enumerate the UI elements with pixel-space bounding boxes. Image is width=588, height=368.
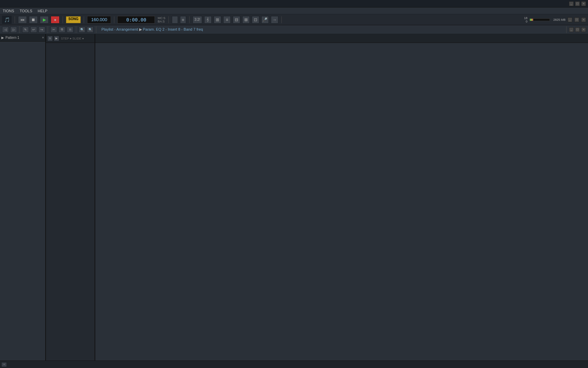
track-list: S ▶ STEP ● SLIDE ● (46, 34, 95, 361)
minimize-btn[interactable]: _ (569, 1, 574, 6)
logo-icon: 🎵 (2, 16, 12, 24)
tb-paste[interactable]: ⎘ (67, 27, 74, 33)
tb-min[interactable]: _ (569, 27, 574, 32)
transport-bar: 🎵 ⏮ ⏹ ▶ ● SONG 160.000 0:00.00 MC:SBA:S … (0, 14, 588, 25)
step-strip: + (0, 361, 588, 368)
menubar: TIONS TOOLS HELP (0, 7, 588, 14)
tb-back[interactable]: ◁ (2, 27, 9, 33)
tb-redo[interactable]: ↪ (38, 27, 45, 33)
play-btn[interactable]: ▶ (40, 16, 49, 24)
zoom-btn[interactable]: ≡ (223, 16, 231, 24)
pattern-selector[interactable] (172, 16, 178, 24)
tl-slide[interactable]: ▶ (54, 36, 59, 41)
menu-tools[interactable]: TOOLS (18, 9, 34, 13)
snap-btn[interactable]: ⊞ (214, 16, 221, 24)
menu-tions[interactable]: TIONS (1, 9, 16, 13)
tb-cut[interactable]: ✂ (50, 27, 57, 33)
time-label: MC:SBA:S (158, 16, 165, 23)
titlebar: _ □ × (0, 0, 588, 7)
tb-forward[interactable]: ▷ (10, 27, 17, 33)
collapse-icon: ▶ (1, 36, 4, 40)
cpu-info: 18 0 (524, 16, 527, 23)
ps-title: Pattern 1 (5, 36, 19, 40)
tb-close[interactable]: × (581, 27, 586, 32)
record-btn[interactable]: ● (51, 16, 60, 24)
ps-controls: ≡ (42, 36, 44, 39)
playlist-minimize[interactable]: _ (568, 17, 572, 22)
pattern-sidebar: ▶ Pattern 1 ≡ (0, 34, 46, 361)
cpu-bar (529, 18, 550, 21)
add-track-btn[interactable]: + (1, 362, 7, 367)
tb-zoom-out[interactable]: 🔍 (87, 27, 94, 33)
prev-btn[interactable]: ⏮ (18, 16, 27, 24)
breadcrumb: Playlist - Arrangement ▶ Param. EQ 2 - I… (101, 27, 203, 32)
tb-new[interactable]: ✎ (22, 27, 29, 33)
mix-btn[interactable]: ⊡ (252, 16, 259, 24)
stop-btn[interactable]: ⏹ (29, 16, 38, 24)
ruler (95, 34, 588, 43)
playlist-maximize[interactable]: □ (574, 17, 579, 22)
playlist: ▶ Pattern 1 ≡ S ▶ STEP ● SLIDE ● (0, 34, 588, 361)
mic-btn[interactable]: 🎤 (261, 16, 269, 24)
export-btn[interactable]: → (271, 16, 278, 24)
tb-max[interactable]: □ (575, 27, 580, 32)
channels-btn[interactable]: ⊠ (242, 16, 250, 24)
toolbar2: ◁ ▷ ✎ ↩ ↪ ✂ ⧉ ⎘ 🔍 🔍 Playlist - Arrangeme… (0, 25, 588, 34)
close-btn[interactable]: × (581, 1, 586, 6)
add-pattern-btn[interactable]: + (180, 16, 186, 24)
tb-copy[interactable]: ⧉ (59, 27, 65, 33)
maximize-btn[interactable]: □ (575, 1, 580, 6)
grid-btn[interactable]: ⊟ (233, 16, 240, 24)
playlist-close[interactable]: × (581, 17, 586, 22)
step-label: STEP ● SLIDE ● (61, 37, 84, 40)
tb-undo[interactable]: ↩ (30, 27, 37, 33)
tb-zoom-in[interactable]: 🔍 (79, 27, 85, 33)
mem-info: 2825 MB (553, 18, 566, 21)
song-mode-btn[interactable]: SONG (66, 16, 81, 23)
mixer-btn[interactable]: 3:2! (193, 16, 202, 24)
pattern-list-header: ▶ Pattern 1 ≡ (0, 34, 45, 42)
menu-help[interactable]: HELP (36, 9, 49, 13)
piano-btn[interactable]: 𝄞 (204, 16, 212, 24)
bpm-display[interactable]: 160.000 (87, 16, 111, 24)
track-list-header: S ▶ STEP ● SLIDE ● (46, 34, 95, 43)
time-display: 0:00.00 (117, 16, 155, 24)
tl-step[interactable]: S (47, 36, 53, 41)
window-controls: _ □ × (569, 1, 586, 6)
arrangement[interactable] (95, 34, 588, 361)
